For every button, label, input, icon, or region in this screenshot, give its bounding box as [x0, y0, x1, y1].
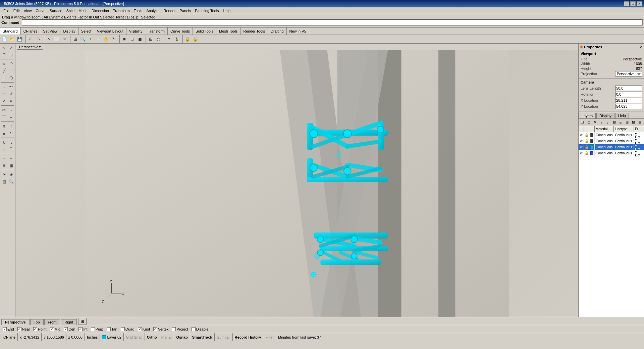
scale-icon[interactable]: ⤢: [1, 98, 7, 104]
layer-row-0[interactable]: 👁 🔓 Continuous Continuous ♦ Def: [579, 132, 644, 138]
menu-mesh[interactable]: Mesh: [76, 8, 90, 13]
extrude-icon[interactable]: ⬆: [1, 123, 7, 130]
osnap-cen[interactable]: Cen: [62, 327, 76, 332]
redo-icon[interactable]: ↷: [35, 36, 42, 43]
layout-icon[interactable]: ▤: [1, 178, 7, 185]
move-up-icon[interactable]: ↑: [598, 119, 604, 126]
minimize-button[interactable]: —: [624, 1, 629, 6]
layer-select-icon[interactable]: ≡: [618, 119, 624, 126]
tab-display[interactable]: Display: [60, 28, 78, 35]
curve-from-objects-icon[interactable]: ∿: [1, 84, 7, 90]
menu-edit[interactable]: Edit: [11, 8, 22, 13]
osnap-end[interactable]: End: [1, 327, 15, 332]
osnap-vertex-check[interactable]: [153, 327, 157, 331]
gumball-toggle[interactable]: Gumball: [215, 333, 233, 341]
tab-transform[interactable]: Transform: [145, 28, 168, 35]
boolean-diff-icon[interactable]: ∖: [8, 139, 14, 146]
select-all-icon[interactable]: ◻: [8, 51, 14, 58]
properties-icon[interactable]: ℹ: [173, 36, 180, 43]
rendered-view-icon[interactable]: ◼: [136, 36, 144, 43]
tab-drafting[interactable]: Drafting: [268, 28, 287, 35]
detail-icon[interactable]: 🔍: [8, 178, 14, 185]
osnap-near[interactable]: Near: [16, 327, 32, 332]
osnap-end-check[interactable]: [3, 327, 7, 331]
osnap-int-check[interactable]: [78, 327, 83, 331]
cplane-indicator[interactable]: CPlane: [1, 333, 18, 341]
move-down-icon[interactable]: ↓: [605, 119, 611, 126]
layer-row-3[interactable]: 👁 🔓 Continuous Continuous ♦ Def: [579, 150, 644, 156]
select-icon[interactable]: ↖: [45, 36, 53, 43]
osnap-project-check[interactable]: [172, 327, 176, 331]
projection-select[interactable]: Perspective Parallel: [615, 71, 642, 77]
display-tab[interactable]: Display: [596, 113, 614, 118]
vp-tab-perspective[interactable]: Perspective: [1, 319, 30, 325]
sweep-icon[interactable]: ↕: [8, 123, 14, 130]
menu-analyze[interactable]: Analyze: [144, 8, 161, 13]
tab-set-view[interactable]: Set View: [40, 28, 60, 35]
osnap-vertex[interactable]: Vertex: [152, 327, 170, 332]
filter-toggle[interactable]: Filter: [263, 333, 276, 341]
revolve-icon[interactable]: ↻: [8, 130, 14, 137]
layer-row-2[interactable]: 👁 🔓 Continuous Continuous ♦ Def: [579, 144, 644, 150]
osnap-toggle[interactable]: Osnap: [174, 333, 190, 341]
new-viewport-icon[interactable]: ⊞: [78, 318, 87, 325]
panel-close-icon[interactable]: ✕: [640, 45, 643, 49]
osnap-mid-check[interactable]: [50, 327, 54, 331]
layer-lock-2[interactable]: 🔓: [584, 144, 589, 150]
osnap-near-check[interactable]: [17, 327, 21, 331]
polygon-icon[interactable]: ⬡: [8, 74, 14, 81]
boolean-int-icon[interactable]: ∩: [1, 146, 7, 153]
planar-toggle[interactable]: Planar: [159, 333, 174, 341]
osnap-disable-check[interactable]: [192, 327, 196, 331]
point-icon[interactable]: •: [1, 155, 7, 162]
rotation-input[interactable]: [615, 92, 642, 97]
osnap-icon[interactable]: ◎: [155, 36, 162, 43]
smarttrack-toggle[interactable]: SmartTrack: [190, 333, 215, 341]
layer-color-3[interactable]: [589, 150, 595, 156]
xloc-input[interactable]: [615, 98, 642, 103]
freeform-icon[interactable]: 〜: [8, 84, 14, 90]
zoom-in-icon[interactable]: +: [87, 36, 94, 43]
tab-curve-tools[interactable]: Curve Tools: [168, 28, 193, 35]
command-input[interactable]: [22, 19, 643, 26]
deselect-icon[interactable]: ✕: [61, 36, 68, 43]
menu-render[interactable]: Render: [162, 8, 178, 13]
circle-icon[interactable]: ○: [1, 60, 7, 67]
pan-icon[interactable]: ✋: [102, 36, 110, 43]
select-sub-icon[interactable]: ↗: [8, 44, 14, 51]
menu-tools[interactable]: Tools: [132, 8, 145, 13]
material-icon[interactable]: ◈: [8, 171, 14, 178]
layer-import-icon[interactable]: ⊟: [637, 119, 643, 126]
tab-visibility[interactable]: Visibility: [126, 28, 146, 35]
vp-tab-right[interactable]: Right: [61, 319, 77, 325]
menu-dimension[interactable]: Dimension: [90, 8, 111, 13]
layer-color-0[interactable]: [589, 132, 595, 138]
boolean-union-icon[interactable]: ∪: [1, 139, 7, 146]
unlock-icon[interactable]: 🔓: [192, 36, 199, 43]
help-tab[interactable]: Help: [615, 113, 629, 118]
tab-cplanes[interactable]: CPlanes: [21, 28, 41, 35]
open-icon[interactable]: 📂: [8, 36, 16, 43]
osnap-int[interactable]: Int: [77, 327, 89, 332]
osnap-point[interactable]: Point: [32, 327, 48, 332]
layer-row-1[interactable]: 👁 🔓 Continuous Continuous ♦ Def: [579, 138, 644, 144]
rect-icon[interactable]: □: [1, 74, 7, 81]
menu-help[interactable]: Help: [221, 8, 233, 13]
layer-icon[interactable]: ≡: [165, 36, 173, 43]
trim-icon[interactable]: ✂: [1, 107, 7, 113]
layer-opts-icon[interactable]: ⊞: [624, 119, 630, 126]
tab-render-tools[interactable]: Render Tools: [240, 28, 268, 35]
loft-icon[interactable]: ▲: [1, 130, 7, 137]
osnap-point-check[interactable]: [33, 327, 37, 331]
osnap-knot[interactable]: Knot: [137, 327, 152, 332]
vp-tab-top[interactable]: Top: [30, 319, 44, 325]
osnap-cen-check[interactable]: [64, 327, 68, 331]
fillet-icon[interactable]: ⌒: [1, 114, 7, 120]
wire-view-icon[interactable]: □: [128, 36, 136, 43]
menu-transform[interactable]: Transform: [111, 8, 132, 13]
menu-paneling[interactable]: Paneling Tools: [193, 8, 221, 13]
layer-vis-3[interactable]: 👁: [579, 150, 584, 156]
osnap-perp[interactable]: Perp: [90, 327, 105, 332]
grid-snap-icon[interactable]: ⊞: [1, 162, 7, 169]
select-visible-icon[interactable]: ⊡: [1, 51, 7, 58]
